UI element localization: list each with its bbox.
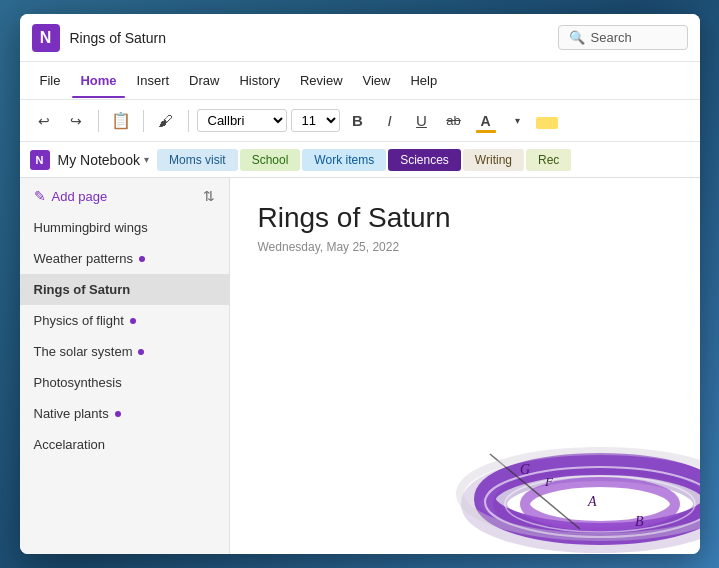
page-item-physics[interactable]: Physics of flight — [20, 305, 229, 336]
menu-item-insert[interactable]: Insert — [129, 69, 178, 92]
app-title: Rings of Saturn — [70, 30, 558, 46]
page-item-weather[interactable]: Weather patterns — [20, 243, 229, 274]
page-item-rings[interactable]: Rings of Saturn — [20, 274, 229, 305]
note-content: Rings of Saturn Wednesday, May 25, 2022 — [230, 178, 700, 554]
tab-moms-visit[interactable]: Moms visit — [157, 149, 238, 171]
underline-button[interactable]: U — [408, 107, 436, 135]
notebook-icon: N — [30, 150, 50, 170]
search-label: Search — [591, 30, 632, 45]
color-dropdown-button[interactable]: ▾ — [504, 107, 532, 135]
main-content: ✎ Add page ⇅ Hummingbird wings Weather p… — [20, 178, 700, 554]
search-box[interactable]: 🔍 Search — [558, 25, 688, 50]
page-item-photosynthesis[interactable]: Photosynthesis — [20, 367, 229, 398]
page-label: Photosynthesis — [34, 375, 122, 390]
svg-text:F: F — [544, 474, 554, 489]
font-color-button[interactable]: A — [472, 107, 500, 135]
add-page-button[interactable]: ✎ Add page — [34, 188, 108, 204]
toolbar: ↩ ↪ 📋 🖌 Callbri 11 B I U ab A ▾ — [20, 100, 700, 142]
page-label: Rings of Saturn — [34, 282, 131, 297]
tab-school[interactable]: School — [240, 149, 301, 171]
menu-item-draw[interactable]: Draw — [181, 69, 227, 92]
svg-text:A: A — [587, 494, 597, 509]
page-item-hummingbird[interactable]: Hummingbird wings — [20, 212, 229, 243]
paste-button[interactable]: 📋 — [107, 107, 135, 135]
font-size-select[interactable]: 11 — [291, 109, 340, 132]
sidebar: ✎ Add page ⇅ Hummingbird wings Weather p… — [20, 178, 230, 554]
menu-item-help[interactable]: Help — [402, 69, 445, 92]
app-logo: N — [32, 24, 60, 52]
notebook-chevron-icon: ▾ — [144, 154, 149, 165]
strikethrough-button[interactable]: ab — [440, 107, 468, 135]
menu-item-history[interactable]: History — [231, 69, 287, 92]
highlight-button[interactable] — [536, 117, 558, 129]
format-painter-button[interactable]: 🖌 — [152, 107, 180, 135]
page-label: Native plants — [34, 406, 109, 421]
unsaved-dot — [138, 349, 144, 355]
tab-work-items[interactable]: Work items — [302, 149, 386, 171]
page-item-solar[interactable]: The solar system — [20, 336, 229, 367]
page-item-acceleration[interactable]: Accelaration — [20, 429, 229, 460]
search-icon: 🔍 — [569, 30, 585, 45]
page-label: Physics of flight — [34, 313, 124, 328]
notebook-name[interactable]: My Notebook ▾ — [58, 152, 149, 168]
page-label: Accelaration — [34, 437, 106, 452]
page-label: The solar system — [34, 344, 133, 359]
svg-text:G: G — [520, 462, 530, 477]
menu-item-file[interactable]: File — [32, 69, 69, 92]
menu-item-review[interactable]: Review — [292, 69, 351, 92]
toolbar-separator-1 — [98, 110, 99, 132]
note-title: Rings of Saturn — [258, 202, 672, 234]
undo-button[interactable]: ↩ — [30, 107, 58, 135]
tab-rec[interactable]: Rec — [526, 149, 571, 171]
font-select[interactable]: Callbri — [197, 109, 287, 132]
unsaved-dot — [115, 411, 121, 417]
page-item-native[interactable]: Native plants — [20, 398, 229, 429]
menu-bar: File Home Insert Draw History Review Vie… — [20, 62, 700, 100]
sort-button[interactable]: ⇅ — [203, 188, 215, 204]
page-label: Weather patterns — [34, 251, 133, 266]
toolbar-separator-3 — [188, 110, 189, 132]
page-label: Hummingbird wings — [34, 220, 148, 235]
svg-text:B: B — [635, 514, 644, 529]
app-window: N Rings of Saturn 🔍 Search File Home Ins… — [20, 14, 700, 554]
saturn-illustration: A B F G — [440, 374, 700, 554]
add-page-label: Add page — [52, 189, 108, 204]
color-underline — [476, 130, 496, 133]
tab-writing[interactable]: Writing — [463, 149, 524, 171]
menu-item-home[interactable]: Home — [72, 69, 124, 92]
note-date: Wednesday, May 25, 2022 — [258, 240, 672, 254]
sidebar-header: ✎ Add page ⇅ — [20, 178, 229, 212]
bold-button[interactable]: B — [344, 107, 372, 135]
redo-button[interactable]: ↪ — [62, 107, 90, 135]
toolbar-separator-2 — [143, 110, 144, 132]
italic-button[interactable]: I — [376, 107, 404, 135]
unsaved-dot — [139, 256, 145, 262]
tab-sciences[interactable]: Sciences — [388, 149, 461, 171]
tabs-container: Moms visit School Work items Sciences Wr… — [157, 149, 690, 171]
notebook-header: N My Notebook ▾ Moms visit School Work i… — [20, 142, 700, 178]
title-bar: N Rings of Saturn 🔍 Search — [20, 14, 700, 62]
add-page-icon: ✎ — [34, 188, 46, 204]
menu-item-view[interactable]: View — [355, 69, 399, 92]
unsaved-dot — [130, 318, 136, 324]
